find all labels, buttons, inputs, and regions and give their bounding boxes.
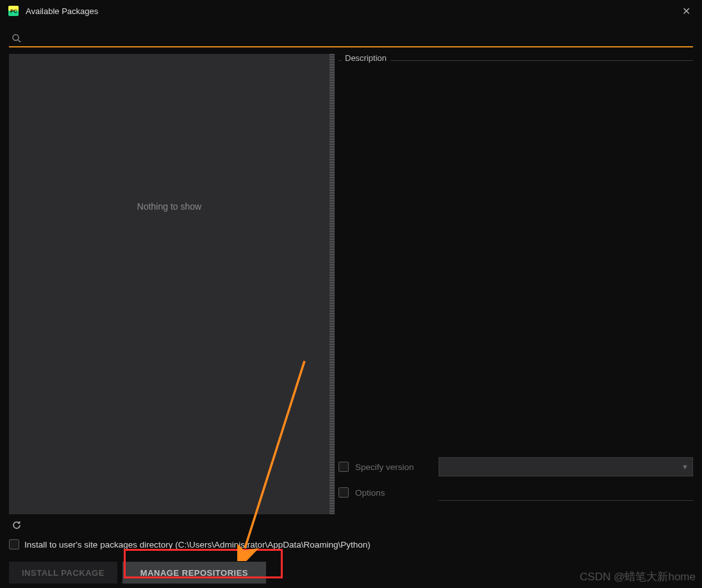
install-user-row: Install to user's site packages director… [9, 536, 693, 553]
manage-repositories-label: MANAGE REPOSITORIES [140, 568, 248, 578]
pane-splitter[interactable] [330, 54, 335, 514]
search-input[interactable] [24, 31, 693, 46]
options-input[interactable] [439, 484, 693, 501]
description-label: Description [341, 53, 390, 63]
install-package-label: INSTALL PACKAGE [22, 568, 104, 578]
options-checkbox[interactable] [338, 487, 349, 498]
details-pane: Description Specify version ▼ Options [335, 54, 693, 514]
specify-version-checkbox[interactable] [338, 462, 349, 472]
reload-icon [12, 520, 22, 530]
specify-version-label: Specify version [355, 462, 432, 472]
empty-list-label: Nothing to show [137, 201, 201, 212]
options-row: Options [338, 480, 693, 505]
watermark: CSDN @蜡笔大新home [580, 569, 696, 584]
close-button[interactable]: ✕ [676, 5, 696, 17]
description-box [338, 60, 693, 454]
search-row [9, 31, 693, 47]
search-icon [9, 33, 24, 44]
pycharm-icon: PC [8, 5, 19, 17]
svg-text:PC: PC [10, 8, 17, 14]
window-title: Available Packages [26, 6, 676, 16]
reload-row [9, 517, 693, 533]
options-label: Options [355, 488, 432, 498]
title-bar: PC Available Packages ✕ [0, 0, 702, 22]
specify-version-row: Specify version ▼ [338, 454, 693, 480]
manage-repositories-button[interactable]: MANAGE REPOSITORIES [122, 562, 266, 584]
install-user-label: Install to user's site packages director… [24, 540, 371, 550]
package-list-pane[interactable]: Nothing to show [9, 54, 330, 514]
svg-point-3 [13, 35, 19, 40]
install-package-button[interactable]: INSTALL PACKAGE [9, 562, 117, 584]
description-group: Description [338, 54, 693, 454]
version-select[interactable]: ▼ [439, 457, 693, 476]
reload-button[interactable] [9, 517, 24, 533]
main-content: Nothing to show Description Specify vers… [9, 54, 693, 514]
chevron-down-icon: ▼ [681, 463, 689, 471]
install-user-checkbox[interactable] [9, 539, 19, 550]
